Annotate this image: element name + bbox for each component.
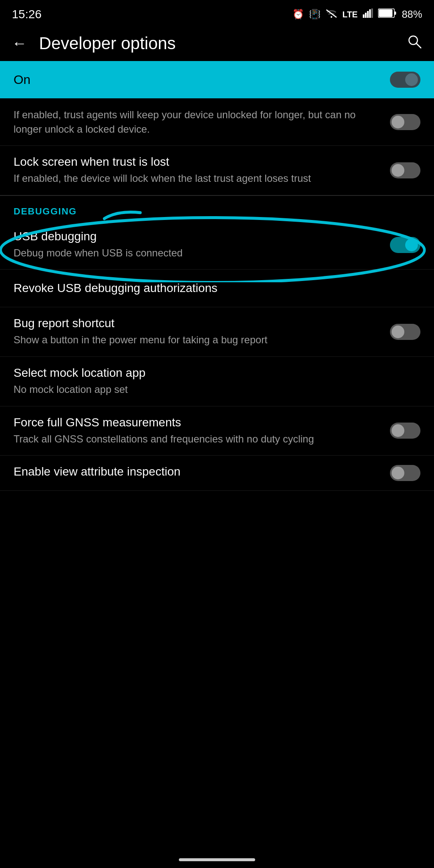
- bug-report-subtitle: Show a button in the power menu for taki…: [14, 333, 381, 347]
- svg-rect-9: [379, 9, 392, 17]
- mock-location-title: Select mock location app: [14, 366, 412, 380]
- vibrate-icon: 📳: [309, 9, 320, 20]
- mock-location-subtitle: No mock location app set: [14, 382, 412, 397]
- svg-rect-2: [363, 14, 364, 18]
- bug-report-toggle[interactable]: [390, 324, 420, 340]
- svg-rect-5: [369, 9, 371, 18]
- svg-point-1: [331, 16, 332, 18]
- view-attribute-title: Enable view attribute inspection: [14, 465, 381, 479]
- view-attribute-item[interactable]: Enable view attribute inspection: [0, 456, 434, 491]
- svg-line-11: [416, 43, 421, 48]
- usb-debugging-toggle[interactable]: [390, 237, 420, 253]
- usb-debugging-container: USB debugging Debug mode when USB is con…: [0, 220, 434, 270]
- lock-screen-trust-item[interactable]: Lock screen when trust is lost If enable…: [0, 146, 434, 195]
- svg-rect-8: [394, 11, 396, 15]
- battery-icon: [378, 8, 397, 20]
- battery-percent: 88%: [402, 8, 422, 20]
- extend-lock-subtitle: If enabled, trust agents will keep your …: [14, 108, 381, 136]
- lock-screen-trust-subtitle: If enabled, the device will lock when th…: [14, 171, 381, 186]
- revoke-usb-title: Revoke USB debugging authorizations: [14, 281, 420, 295]
- status-time: 15:26: [12, 8, 42, 21]
- signal-icon: [363, 8, 373, 20]
- on-banner-label: On: [14, 72, 31, 87]
- gnss-title: Force full GNSS measurements: [14, 416, 381, 429]
- alarm-icon: ⏰: [292, 9, 304, 20]
- usb-debugging-title: USB debugging: [14, 230, 381, 243]
- no-wifi-icon: [326, 9, 337, 20]
- gnss-toggle[interactable]: [390, 423, 420, 439]
- back-button[interactable]: ←: [12, 34, 27, 52]
- app-bar: ← Developer options: [0, 25, 434, 61]
- svg-rect-3: [365, 13, 367, 18]
- bug-report-item[interactable]: Bug report shortcut Show a button in the…: [0, 307, 434, 357]
- extend-lock-item[interactable]: If enabled, trust agents will keep your …: [0, 98, 434, 146]
- svg-rect-4: [367, 11, 369, 18]
- on-banner: On: [0, 61, 434, 98]
- home-indicator: [179, 858, 255, 861]
- developer-options-toggle[interactable]: [390, 72, 420, 88]
- revoke-usb-item[interactable]: Revoke USB debugging authorizations: [0, 270, 434, 307]
- lte-icon: LTE: [342, 10, 358, 19]
- debugging-section-header: DEBUGGING: [0, 196, 434, 220]
- status-icons: ⏰ 📳 LTE: [292, 8, 422, 20]
- svg-rect-6: [371, 8, 373, 18]
- gnss-subtitle: Track all GNSS constellations and freque…: [14, 432, 381, 446]
- bug-report-title: Bug report shortcut: [14, 317, 381, 330]
- mock-location-item[interactable]: Select mock location app No mock locatio…: [0, 357, 434, 406]
- gnss-item[interactable]: Force full GNSS measurements Track all G…: [0, 406, 434, 456]
- lock-screen-trust-toggle[interactable]: [390, 162, 420, 178]
- extend-lock-toggle[interactable]: [390, 114, 420, 130]
- lock-screen-trust-title: Lock screen when trust is lost: [14, 155, 381, 169]
- search-button[interactable]: [407, 34, 422, 53]
- view-attribute-toggle[interactable]: [390, 465, 420, 481]
- settings-list: If enabled, trust agents will keep your …: [0, 98, 434, 491]
- page-title: Developer options: [39, 34, 395, 53]
- usb-debugging-item[interactable]: USB debugging Debug mode when USB is con…: [0, 220, 434, 270]
- status-bar: 15:26 ⏰ 📳 LTE: [0, 0, 434, 25]
- usb-debugging-subtitle: Debug mode when USB is connected: [14, 246, 381, 260]
